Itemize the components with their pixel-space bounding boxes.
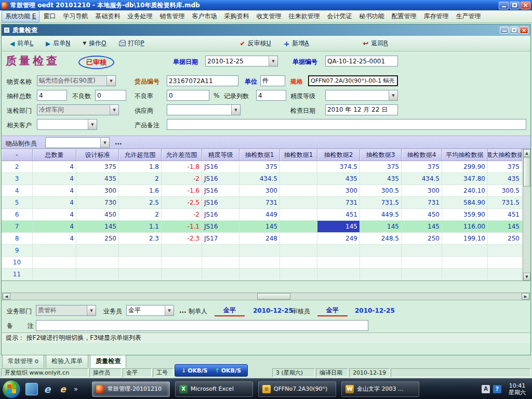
grid-cell[interactable] [280, 185, 317, 197]
ie-icon[interactable]: e [41, 383, 54, 395]
grid-column-header-4[interactable]: 允许差范围 [162, 149, 202, 161]
grid-cell[interactable]: 449 [240, 209, 280, 221]
grid-column-header-10[interactable]: 抽检数据4 [402, 149, 442, 161]
menu-item-9[interactable]: 往来款管理 [285, 10, 323, 22]
grid-column-header-0[interactable]: - [2, 149, 33, 161]
maker-select[interactable]: ▼ [45, 137, 110, 148]
grid-cell[interactable]: 7 [2, 221, 33, 233]
grid-cell[interactable] [317, 245, 360, 257]
grid-cell[interactable]: 450 [402, 209, 442, 221]
grid-cell[interactable]: 434.5 [240, 173, 280, 185]
grid-column-header-7[interactable]: 抽检数据1 [280, 149, 317, 161]
grid-cell[interactable]: 300 [76, 185, 119, 197]
grid-cell[interactable]: 250 [402, 233, 442, 245]
sample-total-input[interactable]: 4 [37, 90, 67, 101]
grid-cell[interactable]: 374.5 [317, 161, 360, 173]
grid-cell[interactable]: 250 [76, 233, 119, 245]
scroll-down-icon[interactable]: ▼ [523, 273, 530, 281]
scroll-right-icon[interactable]: ▶ [522, 293, 529, 300]
child-maximize-icon[interactable] [510, 26, 518, 34]
grid-cell[interactable]: 730 [76, 197, 119, 209]
grid-cell[interactable]: 2 [2, 161, 33, 173]
grid-cell[interactable]: 145 [360, 221, 402, 233]
grid-cell[interactable]: 2.3 [119, 233, 162, 245]
grid-cell[interactable]: 145 [488, 221, 522, 233]
grid-cell[interactable]: 347.80 [442, 173, 488, 185]
toolbar-button-6[interactable]: ↩返回R [359, 36, 392, 50]
grid-cell[interactable]: 375 [360, 161, 402, 173]
grid-cell[interactable]: 434.5 [402, 173, 442, 185]
grid-cell[interactable]: 300 [317, 185, 360, 197]
vertical-scroll-thumb[interactable] [523, 157, 530, 187]
grid-column-header-2[interactable]: 设计标准 [76, 149, 119, 161]
customer-select[interactable]: ▼ [37, 119, 97, 130]
grid-cell[interactable]: 731 [402, 197, 442, 209]
grid-cell[interactable] [280, 269, 317, 281]
grid-cell[interactable]: 1.6 [119, 185, 162, 197]
taskbar-button-2[interactable]: ≡QFFNo7.2A30(90°) [258, 381, 336, 397]
menu-item-7[interactable]: 采购资料 [220, 10, 252, 22]
window-icon[interactable] [25, 383, 38, 395]
grid-cell[interactable]: 359.90 [442, 209, 488, 221]
grid-cell[interactable]: 145 [76, 221, 119, 233]
grid-cell[interactable] [280, 197, 317, 209]
grid-column-header-5[interactable]: 精度等级 [202, 149, 240, 161]
grid-cell[interactable] [280, 209, 317, 221]
remark-input[interactable] [36, 320, 368, 331]
grid-cell[interactable]: 4 [33, 221, 76, 233]
grid-cell[interactable] [33, 245, 76, 257]
grid-cell[interactable]: 4 [33, 209, 76, 221]
grid-cell[interactable]: 9 [2, 245, 33, 257]
grid-cell[interactable]: 435 [488, 173, 522, 185]
browser-icon[interactable]: e [57, 383, 69, 395]
toolbar-button-2[interactable]: ▼操作O [78, 36, 110, 50]
grid-cell[interactable] [442, 257, 488, 269]
grid-cell[interactable] [488, 257, 522, 269]
grid-cell[interactable]: 450 [76, 209, 119, 221]
taskbar-button-3[interactable]: W金山文字 2003 ... [341, 381, 419, 397]
grid-cell[interactable]: -2.3 [162, 233, 202, 245]
grid-column-header-12[interactable]: 最大抽检数据 [488, 149, 522, 161]
grid-cell[interactable]: JS17 [202, 233, 240, 245]
vertical-scrollbar[interactable]: ▲ ▼ [523, 149, 530, 281]
scroll-left-icon[interactable]: ◀ [3, 293, 10, 300]
grid-cell[interactable]: 451 [317, 209, 360, 221]
grid-cell[interactable] [280, 173, 317, 185]
grid-cell[interactable]: -2 [162, 209, 202, 221]
product-note-input[interactable] [167, 119, 526, 130]
grid-cell[interactable]: 145 [317, 221, 360, 233]
grid-cell[interactable]: 3 [2, 173, 33, 185]
grid-cell[interactable] [76, 257, 119, 269]
precision-select[interactable]: ▼ [325, 90, 398, 101]
grid-column-header-8[interactable]: 抽检数据2 [317, 149, 360, 161]
grid-cell[interactable]: 731 [240, 197, 280, 209]
grid-cell[interactable]: JS16 [202, 197, 240, 209]
salesman-more[interactable]: ... [179, 307, 187, 314]
menu-item-10[interactable]: 会计凭证 [323, 10, 355, 22]
grid-cell[interactable]: 300.5 [360, 185, 402, 197]
grid-cell[interactable] [119, 269, 162, 281]
grid-cell[interactable] [488, 245, 522, 257]
menu-item-8[interactable]: 收支管理 [252, 10, 285, 22]
toolbar-button-5[interactable]: +新增A [280, 36, 313, 50]
grid-cell[interactable]: 2.5 [119, 197, 162, 209]
grid-cell[interactable] [162, 269, 202, 281]
menu-item-11[interactable]: 秘书功能 [355, 10, 388, 22]
grid-cell[interactable]: 116.00 [442, 221, 488, 233]
grid-cell[interactable]: 375 [240, 161, 280, 173]
grid-cell[interactable]: 375 [488, 161, 522, 173]
grid-cell[interactable]: 731.5 [360, 197, 402, 209]
defect-rate-input[interactable]: 0 [167, 90, 209, 101]
menu-item-14[interactable]: 生产管理 [452, 10, 484, 22]
salesman-select[interactable]: 金平 ▼ [126, 305, 174, 316]
grid-cell[interactable]: 449.5 [360, 209, 402, 221]
taskbar-clock[interactable]: 10:41 星期六 [509, 382, 526, 396]
grid-cell[interactable]: 435 [360, 173, 402, 185]
grid-cell[interactable] [240, 245, 280, 257]
menu-item-3[interactable]: 基础资料 [91, 10, 124, 22]
grid-column-header-3[interactable]: 允许超范围 [119, 149, 162, 161]
check-date-input[interactable]: 2010 年 12 月 22 日 [325, 104, 398, 115]
grid-cell[interactable] [402, 269, 442, 281]
grid-cell[interactable] [280, 245, 317, 257]
grid-cell[interactable]: 249 [317, 233, 360, 245]
